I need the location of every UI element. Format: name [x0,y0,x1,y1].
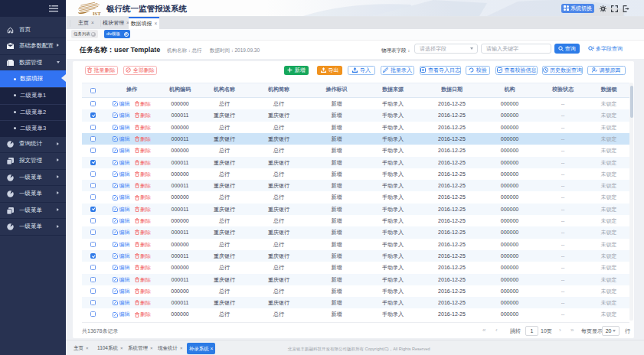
svg-text:IST: IST [93,11,101,16]
